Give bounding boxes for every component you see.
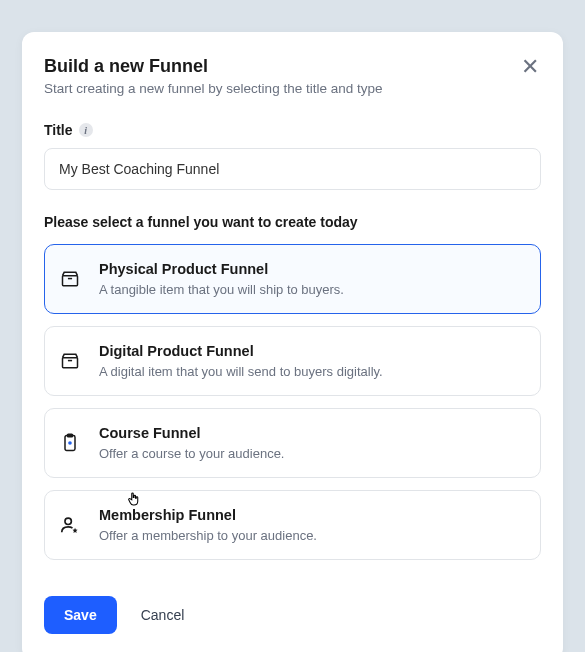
title-input[interactable] <box>44 148 541 190</box>
option-text: Membership Funnel Offer a membership to … <box>99 507 526 543</box>
svg-rect-1 <box>63 358 78 368</box>
svg-rect-0 <box>63 276 78 286</box>
info-icon[interactable]: i <box>79 123 93 137</box>
title-label: Title <box>44 122 73 138</box>
option-desc: Offer a course to your audience. <box>99 446 526 461</box>
box-icon <box>59 268 81 290</box>
save-button[interactable]: Save <box>44 596 117 634</box>
modal-title: Build a new Funnel <box>44 56 519 77</box>
select-funnel-label: Please select a funnel you want to creat… <box>44 214 541 230</box>
clipboard-icon <box>59 432 81 454</box>
option-title: Membership Funnel <box>99 507 526 523</box>
option-digital-product[interactable]: Digital Product Funnel A digital item th… <box>44 326 541 396</box>
option-membership[interactable]: Membership Funnel Offer a membership to … <box>44 490 541 560</box>
option-title: Digital Product Funnel <box>99 343 526 359</box>
close-button[interactable]: ✕ <box>519 56 541 78</box>
user-star-icon <box>59 514 81 536</box>
option-title: Physical Product Funnel <box>99 261 526 277</box>
header-text: Build a new Funnel Start creating a new … <box>44 56 519 96</box>
build-funnel-modal: Build a new Funnel Start creating a new … <box>22 32 563 652</box>
close-icon: ✕ <box>521 54 539 79</box>
svg-point-5 <box>65 518 71 524</box>
option-title: Course Funnel <box>99 425 526 441</box>
svg-point-4 <box>68 441 72 445</box>
box-icon <box>59 350 81 372</box>
option-course[interactable]: Course Funnel Offer a course to your aud… <box>44 408 541 478</box>
option-desc: A tangible item that you will ship to bu… <box>99 282 526 297</box>
option-desc: A digital item that you will send to buy… <box>99 364 526 379</box>
cancel-button[interactable]: Cancel <box>141 607 185 623</box>
option-text: Physical Product Funnel A tangible item … <box>99 261 526 297</box>
option-physical-product[interactable]: Physical Product Funnel A tangible item … <box>44 244 541 314</box>
title-label-row: Title i <box>44 122 541 138</box>
option-text: Course Funnel Offer a course to your aud… <box>99 425 526 461</box>
modal-subtitle: Start creating a new funnel by selecting… <box>44 81 519 96</box>
option-desc: Offer a membership to your audience. <box>99 528 526 543</box>
option-text: Digital Product Funnel A digital item th… <box>99 343 526 379</box>
modal-actions: Save Cancel <box>44 596 541 634</box>
title-field-group: Title i <box>44 122 541 190</box>
funnel-option-list: Physical Product Funnel A tangible item … <box>44 244 541 560</box>
modal-header: Build a new Funnel Start creating a new … <box>44 56 541 96</box>
